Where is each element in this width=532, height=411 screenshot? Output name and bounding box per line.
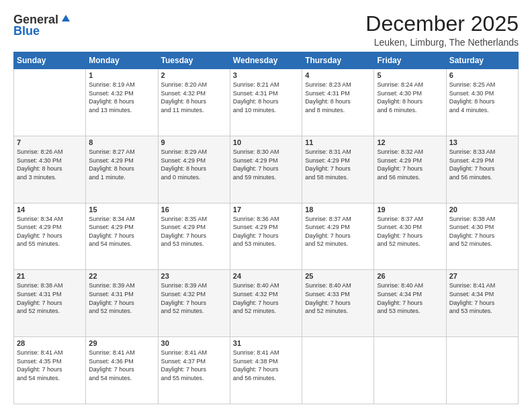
- table-row: 11Sunrise: 8:31 AM Sunset: 4:29 PM Dayli…: [302, 136, 374, 203]
- day-info: Sunrise: 8:31 AM Sunset: 4:29 PM Dayligh…: [305, 148, 371, 181]
- day-info: Sunrise: 8:40 AM Sunset: 4:34 PM Dayligh…: [377, 281, 443, 315]
- table-row: 13Sunrise: 8:33 AM Sunset: 4:29 PM Dayli…: [446, 136, 518, 203]
- day-number: 10: [233, 138, 299, 146]
- day-info: Sunrise: 8:41 AM Sunset: 4:35 PM Dayligh…: [17, 349, 83, 382]
- day-info: Sunrise: 8:30 AM Sunset: 4:29 PM Dayligh…: [233, 148, 299, 181]
- table-row: 12Sunrise: 8:32 AM Sunset: 4:29 PM Dayli…: [374, 136, 446, 203]
- day-info: Sunrise: 8:32 AM Sunset: 4:29 PM Dayligh…: [377, 148, 443, 181]
- day-info: Sunrise: 8:34 AM Sunset: 4:29 PM Dayligh…: [17, 215, 83, 248]
- table-row: 28Sunrise: 8:41 AM Sunset: 4:35 PM Dayli…: [14, 337, 86, 404]
- page: General Blue December 2025 Leuken, Limbu…: [0, 0, 532, 411]
- day-number: 12: [377, 138, 443, 146]
- table-row: 30Sunrise: 8:41 AM Sunset: 4:37 PM Dayli…: [158, 337, 230, 404]
- col-header-tuesday: Tuesday: [158, 52, 230, 69]
- day-number: 7: [17, 138, 83, 146]
- day-info: Sunrise: 8:36 AM Sunset: 4:29 PM Dayligh…: [233, 215, 299, 248]
- day-number: 24: [233, 272, 299, 280]
- subtitle: Leuken, Limburg, The Netherlands: [365, 37, 519, 48]
- calendar-week-row: 1Sunrise: 8:19 AM Sunset: 4:32 PM Daylig…: [14, 69, 519, 136]
- logo: General Blue: [13, 12, 72, 38]
- table-row: 22Sunrise: 8:39 AM Sunset: 4:31 PM Dayli…: [86, 270, 158, 337]
- table-row: 6Sunrise: 8:25 AM Sunset: 4:30 PM Daylig…: [446, 69, 518, 136]
- table-row: 14Sunrise: 8:34 AM Sunset: 4:29 PM Dayli…: [14, 203, 86, 270]
- day-info: Sunrise: 8:29 AM Sunset: 4:29 PM Dayligh…: [161, 148, 227, 181]
- day-info: Sunrise: 8:21 AM Sunset: 4:31 PM Dayligh…: [233, 81, 299, 114]
- table-row: 31Sunrise: 8:41 AM Sunset: 4:38 PM Dayli…: [230, 337, 302, 404]
- table-row: [302, 337, 374, 404]
- title-block: December 2025 Leuken, Limburg, The Nethe…: [365, 12, 519, 48]
- day-number: 28: [17, 339, 83, 347]
- day-number: 17: [233, 205, 299, 214]
- day-number: 27: [449, 272, 515, 280]
- col-header-saturday: Saturday: [446, 52, 518, 69]
- table-row: [446, 337, 518, 404]
- day-number: 18: [305, 205, 371, 214]
- day-info: Sunrise: 8:24 AM Sunset: 4:30 PM Dayligh…: [377, 81, 443, 114]
- day-number: 26: [377, 272, 443, 280]
- day-number: 23: [161, 272, 227, 280]
- calendar-week-row: 21Sunrise: 8:38 AM Sunset: 4:31 PM Dayli…: [14, 270, 519, 337]
- calendar-table: Sunday Monday Tuesday Wednesday Thursday…: [13, 52, 519, 404]
- day-info: Sunrise: 8:25 AM Sunset: 4:30 PM Dayligh…: [449, 81, 515, 114]
- table-row: 24Sunrise: 8:40 AM Sunset: 4:32 PM Dayli…: [230, 270, 302, 337]
- table-row: 4Sunrise: 8:23 AM Sunset: 4:31 PM Daylig…: [302, 69, 374, 136]
- day-number: 19: [377, 205, 443, 214]
- day-number: 5: [377, 71, 443, 79]
- day-number: 25: [305, 272, 371, 280]
- day-number: 11: [305, 138, 371, 146]
- day-info: Sunrise: 8:26 AM Sunset: 4:30 PM Dayligh…: [17, 148, 83, 181]
- day-number: 14: [17, 205, 83, 214]
- logo-arrow-icon: [60, 12, 72, 27]
- calendar-header-row: Sunday Monday Tuesday Wednesday Thursday…: [14, 52, 519, 69]
- table-row: [374, 337, 446, 404]
- col-header-monday: Monday: [86, 52, 158, 69]
- day-info: Sunrise: 8:20 AM Sunset: 4:32 PM Dayligh…: [161, 81, 227, 114]
- day-number: 6: [449, 71, 515, 79]
- day-number: 9: [161, 138, 227, 146]
- calendar-week-row: 14Sunrise: 8:34 AM Sunset: 4:29 PM Dayli…: [14, 203, 519, 270]
- day-number: 4: [305, 71, 371, 79]
- day-info: Sunrise: 8:23 AM Sunset: 4:31 PM Dayligh…: [305, 81, 371, 114]
- table-row: 15Sunrise: 8:34 AM Sunset: 4:29 PM Dayli…: [86, 203, 158, 270]
- table-row: 7Sunrise: 8:26 AM Sunset: 4:30 PM Daylig…: [14, 136, 86, 203]
- day-number: 15: [89, 205, 154, 214]
- col-header-wednesday: Wednesday: [230, 52, 302, 69]
- table-row: 5Sunrise: 8:24 AM Sunset: 4:30 PM Daylig…: [374, 69, 446, 136]
- day-number: 16: [161, 205, 227, 214]
- table-row: 3Sunrise: 8:21 AM Sunset: 4:31 PM Daylig…: [230, 69, 302, 136]
- day-info: Sunrise: 8:37 AM Sunset: 4:30 PM Dayligh…: [377, 215, 443, 248]
- day-info: Sunrise: 8:19 AM Sunset: 4:32 PM Dayligh…: [89, 81, 154, 114]
- day-info: Sunrise: 8:41 AM Sunset: 4:36 PM Dayligh…: [89, 349, 154, 382]
- day-number: 30: [161, 339, 227, 347]
- day-info: Sunrise: 8:38 AM Sunset: 4:31 PM Dayligh…: [17, 281, 83, 315]
- logo-blue-text: Blue: [13, 24, 40, 38]
- svg-marker-0: [62, 15, 70, 21]
- table-row: 23Sunrise: 8:39 AM Sunset: 4:32 PM Dayli…: [158, 270, 230, 337]
- table-row: 16Sunrise: 8:35 AM Sunset: 4:29 PM Dayli…: [158, 203, 230, 270]
- day-number: 2: [161, 71, 227, 79]
- day-number: 13: [449, 138, 515, 146]
- header: General Blue December 2025 Leuken, Limbu…: [13, 12, 519, 48]
- col-header-sunday: Sunday: [14, 52, 86, 69]
- table-row: 9Sunrise: 8:29 AM Sunset: 4:29 PM Daylig…: [158, 136, 230, 203]
- day-number: 21: [17, 272, 83, 280]
- table-row: 21Sunrise: 8:38 AM Sunset: 4:31 PM Dayli…: [14, 270, 86, 337]
- day-info: Sunrise: 8:41 AM Sunset: 4:37 PM Dayligh…: [161, 349, 227, 382]
- day-info: Sunrise: 8:34 AM Sunset: 4:29 PM Dayligh…: [89, 215, 154, 248]
- day-info: Sunrise: 8:40 AM Sunset: 4:33 PM Dayligh…: [305, 281, 371, 315]
- table-row: 29Sunrise: 8:41 AM Sunset: 4:36 PM Dayli…: [86, 337, 158, 404]
- day-info: Sunrise: 8:41 AM Sunset: 4:34 PM Dayligh…: [449, 281, 515, 315]
- table-row: 17Sunrise: 8:36 AM Sunset: 4:29 PM Dayli…: [230, 203, 302, 270]
- day-info: Sunrise: 8:39 AM Sunset: 4:32 PM Dayligh…: [161, 281, 227, 315]
- table-row: 19Sunrise: 8:37 AM Sunset: 4:30 PM Dayli…: [374, 203, 446, 270]
- day-info: Sunrise: 8:38 AM Sunset: 4:30 PM Dayligh…: [449, 215, 515, 248]
- day-info: Sunrise: 8:35 AM Sunset: 4:29 PM Dayligh…: [161, 215, 227, 248]
- day-info: Sunrise: 8:27 AM Sunset: 4:29 PM Dayligh…: [89, 148, 154, 181]
- day-info: Sunrise: 8:39 AM Sunset: 4:31 PM Dayligh…: [89, 281, 154, 315]
- calendar-week-row: 28Sunrise: 8:41 AM Sunset: 4:35 PM Dayli…: [14, 337, 519, 404]
- table-row: 1Sunrise: 8:19 AM Sunset: 4:32 PM Daylig…: [86, 69, 158, 136]
- day-number: 29: [89, 339, 154, 347]
- table-row: 27Sunrise: 8:41 AM Sunset: 4:34 PM Dayli…: [446, 270, 518, 337]
- main-title: December 2025: [365, 12, 519, 36]
- day-number: 31: [233, 339, 299, 347]
